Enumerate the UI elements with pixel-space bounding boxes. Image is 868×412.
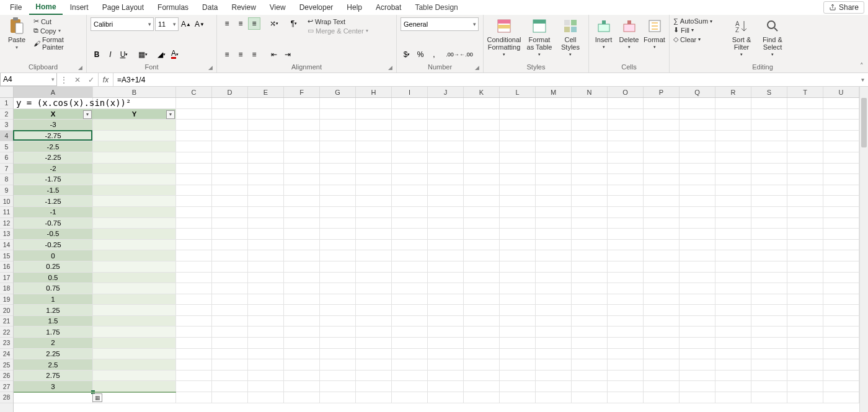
cell-Q12[interactable] bbox=[680, 218, 715, 229]
cell-J23[interactable] bbox=[428, 338, 464, 349]
conditional-formatting-button[interactable]: Conditional Formatting▾ bbox=[487, 17, 521, 57]
cell-C19[interactable] bbox=[176, 294, 212, 305]
cell-R13[interactable] bbox=[715, 229, 751, 240]
cell-Q1[interactable] bbox=[680, 98, 715, 109]
cell-U20[interactable] bbox=[823, 305, 859, 316]
filter-button-y[interactable]: ▾ bbox=[166, 110, 175, 119]
tab-help[interactable]: Help bbox=[340, 1, 368, 14]
cut-button[interactable]: ✂ Cut bbox=[33, 17, 82, 25]
cell-O14[interactable] bbox=[608, 240, 644, 251]
cell-H24[interactable] bbox=[356, 349, 392, 360]
cell-N1[interactable] bbox=[572, 98, 608, 109]
tab-acrobat[interactable]: Acrobat bbox=[370, 1, 407, 14]
cell-N22[interactable] bbox=[572, 327, 608, 338]
format-painter-button[interactable]: 🖌 Format Painter bbox=[33, 36, 82, 51]
row-header-27[interactable]: 27 bbox=[0, 381, 13, 392]
cell-C23[interactable] bbox=[176, 338, 212, 349]
cell-P17[interactable] bbox=[644, 273, 680, 284]
cell-C13[interactable] bbox=[176, 229, 212, 240]
cell-Q18[interactable] bbox=[680, 283, 715, 294]
cell-R8[interactable] bbox=[715, 174, 751, 185]
cell-S17[interactable] bbox=[751, 273, 787, 284]
column-header-H[interactable]: H bbox=[356, 87, 392, 97]
cell-D9[interactable] bbox=[212, 185, 248, 196]
cell-K26[interactable] bbox=[464, 370, 500, 382]
cell-F6[interactable] bbox=[284, 152, 320, 164]
cell-I26[interactable] bbox=[392, 370, 428, 382]
column-header-E[interactable]: E bbox=[248, 87, 284, 97]
cell-G8[interactable] bbox=[320, 174, 356, 185]
row-header-16[interactable]: 16 bbox=[0, 261, 13, 273]
cell-S11[interactable] bbox=[751, 207, 787, 218]
cell-G26[interactable] bbox=[320, 370, 356, 382]
cell-J19[interactable] bbox=[428, 294, 464, 305]
cell-L1[interactable] bbox=[500, 98, 536, 109]
cell-N10[interactable] bbox=[572, 196, 608, 207]
table-cell-y-24[interactable] bbox=[93, 381, 176, 392]
cell-Q20[interactable] bbox=[680, 305, 715, 316]
cell-M22[interactable] bbox=[536, 327, 572, 338]
dialog-launcher-icon[interactable]: ◢ bbox=[388, 64, 392, 71]
collapse-ribbon-button[interactable]: ˄ bbox=[856, 62, 868, 70]
column-header-I[interactable]: I bbox=[392, 87, 428, 97]
autofill-options-button[interactable]: ▦ bbox=[92, 393, 102, 402]
cell-Q4[interactable] bbox=[680, 131, 715, 142]
cell-N19[interactable] bbox=[572, 294, 608, 305]
row-header-19[interactable]: 19 bbox=[0, 294, 13, 305]
sort-filter-button[interactable]: AZ Sort & Filter▾ bbox=[728, 17, 755, 57]
cell-I20[interactable] bbox=[392, 305, 428, 316]
cell-O15[interactable] bbox=[608, 250, 644, 261]
cell-G19[interactable] bbox=[320, 294, 356, 305]
font-color-button[interactable]: A▾ bbox=[169, 48, 181, 61]
cell-T27[interactable] bbox=[787, 381, 823, 392]
table-cell-y-6[interactable] bbox=[93, 185, 176, 196]
cell-J5[interactable] bbox=[428, 141, 464, 152]
table-cell-x-5[interactable]: -1.75 bbox=[14, 174, 93, 185]
cell-K24[interactable] bbox=[464, 349, 500, 360]
cell-K9[interactable] bbox=[464, 185, 500, 196]
cell-J15[interactable] bbox=[428, 250, 464, 261]
cell-H7[interactable] bbox=[356, 164, 392, 175]
cell-G28[interactable] bbox=[320, 392, 356, 403]
cell-E3[interactable] bbox=[248, 120, 284, 131]
table-cell-x-0[interactable]: -3 bbox=[14, 120, 93, 131]
cell-C27[interactable] bbox=[176, 381, 212, 392]
cell-I9[interactable] bbox=[392, 185, 428, 196]
cell-E18[interactable] bbox=[248, 283, 284, 294]
row-header-6[interactable]: 6 bbox=[0, 152, 13, 164]
cell-H6[interactable] bbox=[356, 152, 392, 164]
cell-P26[interactable] bbox=[644, 370, 680, 382]
cell-M24[interactable] bbox=[536, 349, 572, 360]
cell-J6[interactable] bbox=[428, 152, 464, 164]
cell-P13[interactable] bbox=[644, 229, 680, 240]
cell-P6[interactable] bbox=[644, 152, 680, 164]
table-cell-x-12[interactable]: 0 bbox=[14, 250, 93, 261]
cell-K6[interactable] bbox=[464, 152, 500, 164]
cell-F26[interactable] bbox=[284, 370, 320, 382]
cell-I11[interactable] bbox=[392, 207, 428, 218]
cell-C15[interactable] bbox=[176, 250, 212, 261]
cell-G12[interactable] bbox=[320, 218, 356, 229]
cell-S27[interactable] bbox=[751, 381, 787, 392]
text-direction-button[interactable]: ¶▾ bbox=[288, 17, 300, 30]
cell-J9[interactable] bbox=[428, 185, 464, 196]
column-header-C[interactable]: C bbox=[176, 87, 212, 97]
cell-C4[interactable] bbox=[176, 131, 212, 142]
cell-E15[interactable] bbox=[248, 250, 284, 261]
cell-O28[interactable] bbox=[608, 392, 644, 403]
row-header-3[interactable]: 3 bbox=[0, 120, 13, 131]
cell-E22[interactable] bbox=[248, 327, 284, 338]
borders-button[interactable]: ▦▾ bbox=[136, 48, 149, 61]
cell-D20[interactable] bbox=[212, 305, 248, 316]
cell-I27[interactable] bbox=[392, 381, 428, 392]
cell-Q17[interactable] bbox=[680, 273, 715, 284]
cell-S19[interactable] bbox=[751, 294, 787, 305]
table-cell-x-10[interactable]: -0.5 bbox=[14, 229, 93, 240]
cell-A1[interactable]: y = (x.cos(x).sin(x))² bbox=[14, 98, 93, 109]
formula-bar[interactable]: =A3+1/4 bbox=[113, 73, 857, 86]
cell-T25[interactable] bbox=[787, 359, 823, 370]
cell-M5[interactable] bbox=[536, 141, 572, 152]
cell-U23[interactable] bbox=[823, 338, 859, 349]
tab-page-layout[interactable]: Page Layout bbox=[96, 1, 150, 14]
cell-I23[interactable] bbox=[392, 338, 428, 349]
